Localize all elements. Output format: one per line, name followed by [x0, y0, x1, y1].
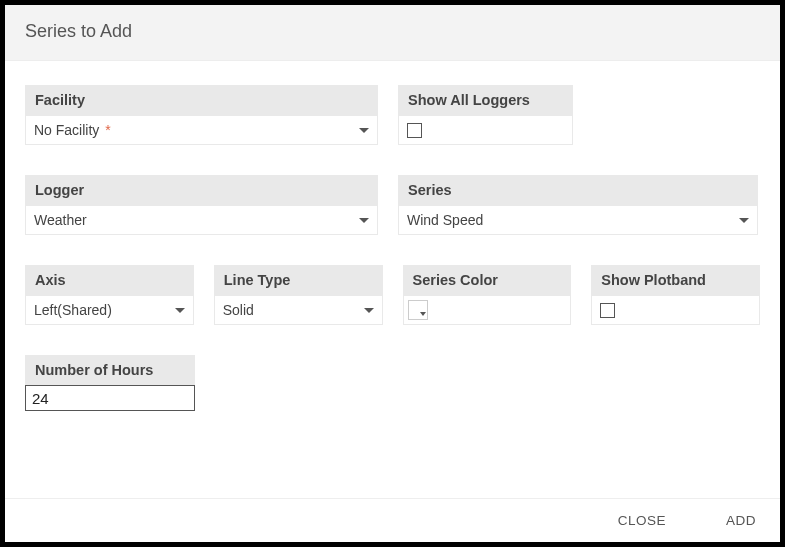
show-all-loggers-field: Show All Loggers: [398, 85, 573, 145]
show-all-loggers-label: Show All Loggers: [398, 85, 573, 115]
chevron-down-icon: [359, 218, 369, 223]
show-all-loggers-checkbox[interactable]: [407, 123, 422, 138]
axis-field: Axis Left(Shared): [25, 265, 194, 325]
facility-field: Facility No Facility *: [25, 85, 378, 145]
facility-value: No Facility *: [34, 122, 111, 138]
show-plotband-field: Show Plotband: [591, 265, 760, 325]
series-field: Series Wind Speed: [398, 175, 758, 235]
close-button[interactable]: CLOSE: [618, 513, 666, 528]
chevron-down-icon: [739, 218, 749, 223]
show-plotband-checkbox[interactable]: [600, 303, 615, 318]
series-color-body: [403, 295, 572, 325]
axis-value: Left(Shared): [34, 302, 112, 318]
series-color-label: Series Color: [403, 265, 572, 295]
line-type-label: Line Type: [214, 265, 383, 295]
row-3: Axis Left(Shared) Line Type Solid Series…: [25, 265, 760, 325]
dialog-footer: CLOSE ADD: [5, 498, 780, 542]
series-select[interactable]: Wind Speed: [398, 205, 758, 235]
series-color-field: Series Color: [403, 265, 572, 325]
series-value: Wind Speed: [407, 212, 483, 228]
facility-value-text: No Facility: [34, 122, 99, 138]
number-of-hours-label: Number of Hours: [25, 355, 195, 385]
add-button[interactable]: ADD: [726, 513, 756, 528]
logger-field: Logger Weather: [25, 175, 378, 235]
line-type-field: Line Type Solid: [214, 265, 383, 325]
axis-select[interactable]: Left(Shared): [25, 295, 194, 325]
logger-label: Logger: [25, 175, 378, 205]
chevron-down-icon: [359, 128, 369, 133]
dialog-header: Series to Add: [5, 5, 780, 61]
chevron-down-icon: [175, 308, 185, 313]
dialog-title: Series to Add: [25, 21, 760, 42]
series-label: Series: [398, 175, 758, 205]
axis-label: Axis: [25, 265, 194, 295]
logger-select[interactable]: Weather: [25, 205, 378, 235]
chevron-down-icon: [420, 312, 426, 316]
number-of-hours-input[interactable]: [25, 385, 195, 411]
show-plotband-body: [591, 295, 760, 325]
facility-label: Facility: [25, 85, 378, 115]
row-4: Number of Hours: [25, 355, 760, 411]
line-type-value: Solid: [223, 302, 254, 318]
required-asterisk: *: [101, 122, 110, 138]
chevron-down-icon: [364, 308, 374, 313]
facility-select[interactable]: No Facility *: [25, 115, 378, 145]
show-plotband-label: Show Plotband: [591, 265, 760, 295]
logger-value: Weather: [34, 212, 87, 228]
row-1: Facility No Facility * Show All Loggers: [25, 85, 760, 145]
show-all-loggers-body: [398, 115, 573, 145]
series-color-picker[interactable]: [408, 300, 428, 320]
dialog-content: Facility No Facility * Show All Loggers …: [5, 61, 780, 498]
line-type-select[interactable]: Solid: [214, 295, 383, 325]
number-of-hours-field: Number of Hours: [25, 355, 195, 411]
row-2: Logger Weather Series Wind Speed: [25, 175, 760, 235]
